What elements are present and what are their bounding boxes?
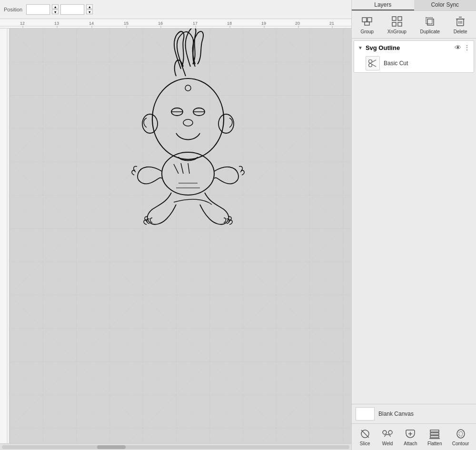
group-icon xyxy=(360,15,374,28)
position-label: Position xyxy=(4,7,22,12)
layer-thumbnail xyxy=(366,56,380,70)
y-up-arrow[interactable]: ▲ xyxy=(86,4,93,9)
svg-line-57 xyxy=(372,60,376,62)
slice-label: Slice xyxy=(360,441,370,446)
svg-text:12: 12 xyxy=(20,21,25,26)
y-arrows: ▲ ▼ xyxy=(86,4,93,14)
svg-rect-67 xyxy=(430,436,439,438)
chevron-icon: ▼ xyxy=(358,45,363,50)
more-icon[interactable]: ⋮ xyxy=(464,44,470,51)
attach-label: Attach xyxy=(404,441,417,446)
svg-rect-44 xyxy=(398,17,402,20)
duplicate-label: Duplicate xyxy=(420,29,440,34)
layer-group-header[interactable]: ▼ Svg Outline 👁 ⋮ xyxy=(354,41,474,54)
group-label: Group xyxy=(360,29,374,34)
svg-text:16: 16 xyxy=(158,21,163,26)
svg-rect-29 xyxy=(10,29,351,443)
main-canvas[interactable] xyxy=(10,29,351,443)
ruler-vertical xyxy=(0,29,10,443)
tab-layers[interactable]: Layers xyxy=(352,0,414,10)
eye-icon[interactable]: 👁 xyxy=(455,44,461,51)
contour-label: Contour xyxy=(452,441,469,446)
delete-label: Delete xyxy=(454,29,467,34)
blank-canvas-label: Blank Canvas xyxy=(378,411,414,417)
layers-panel: ▼ Svg Outline 👁 ⋮ Basic Cut xyxy=(352,39,476,404)
svg-point-56 xyxy=(369,64,372,67)
slice-icon xyxy=(359,428,371,440)
flatten-icon xyxy=(428,428,441,440)
tab-color-sync[interactable]: Color Sync xyxy=(414,0,476,10)
delete-icon xyxy=(454,15,467,28)
svg-text:13: 13 xyxy=(54,21,59,26)
svg-text:20: 20 xyxy=(295,21,300,26)
svg-text:15: 15 xyxy=(124,21,129,26)
ruler-horizontal: 12 13 14 15 16 17 18 19 20 21 xyxy=(0,19,351,29)
weld-button[interactable]: Weld xyxy=(379,427,396,447)
layer-item-label: Basic Cut xyxy=(384,60,408,67)
top-toolbar: Position ▲ ▼ ▲ ▼ xyxy=(0,0,351,19)
layer-item-basic-cut[interactable]: Basic Cut xyxy=(354,54,474,72)
blank-canvas-row: Blank Canvas xyxy=(352,404,476,423)
weld-icon xyxy=(381,428,394,440)
svg-point-62 xyxy=(388,430,392,434)
ungroup-label: XnGroup xyxy=(387,29,407,34)
horizontal-scrollbar[interactable] xyxy=(0,443,351,450)
svg-rect-66 xyxy=(430,433,439,435)
duplicate-button[interactable]: Duplicate xyxy=(417,14,443,35)
svg-text:17: 17 xyxy=(193,21,198,26)
svg-rect-40 xyxy=(362,18,367,22)
contour-button[interactable]: Contour xyxy=(450,427,471,447)
svg-rect-22 xyxy=(0,29,10,443)
x-input[interactable] xyxy=(26,4,50,15)
y-input[interactable] xyxy=(60,4,84,15)
svg-line-58 xyxy=(372,64,376,67)
right-panel: Layers Color Sync Group xyxy=(351,0,476,450)
svg-point-61 xyxy=(383,430,387,434)
x-up-arrow[interactable]: ▲ xyxy=(52,4,59,9)
ungroup-button[interactable]: XnGroup xyxy=(385,14,409,35)
bottom-toolbar: Slice Weld Attach xyxy=(352,423,476,450)
svg-text:21: 21 xyxy=(329,21,334,26)
canvas-thumbnail xyxy=(356,407,375,421)
svg-rect-41 xyxy=(367,18,372,22)
contour-icon xyxy=(455,428,467,440)
delete-button[interactable]: Delete xyxy=(451,14,470,35)
svg-rect-45 xyxy=(392,22,396,26)
panel-toolbar: Group XnGroup Duplicate xyxy=(352,11,476,39)
slice-button[interactable]: Slice xyxy=(357,427,373,447)
panel-tabs: Layers Color Sync xyxy=(352,0,476,11)
svg-rect-65 xyxy=(430,430,439,432)
svg-text:14: 14 xyxy=(89,21,94,26)
svg-rect-48 xyxy=(426,18,432,24)
svg-rect-46 xyxy=(398,22,402,26)
y-down-arrow[interactable]: ▼ xyxy=(86,10,93,14)
weld-label: Weld xyxy=(382,441,393,446)
flatten-label: Flatten xyxy=(427,441,442,446)
flatten-button[interactable]: Flatten xyxy=(426,427,444,447)
svg-point-55 xyxy=(369,60,372,63)
layer-group-svg-outline: ▼ Svg Outline 👁 ⋮ Basic Cut xyxy=(354,40,474,73)
svg-rect-47 xyxy=(427,19,434,25)
attach-button[interactable]: Attach xyxy=(402,427,419,447)
svg-text:19: 19 xyxy=(261,21,266,26)
x-down-arrow[interactable]: ▼ xyxy=(52,10,59,14)
svg-rect-42 xyxy=(365,22,369,25)
svg-rect-43 xyxy=(392,17,396,20)
layer-group-title: Svg Outline xyxy=(366,44,452,51)
x-arrows: ▲ ▼ xyxy=(52,4,59,14)
attach-icon xyxy=(404,428,416,440)
ungroup-icon xyxy=(390,15,404,28)
duplicate-icon xyxy=(423,15,436,28)
svg-text:18: 18 xyxy=(227,21,232,26)
group-button[interactable]: Group xyxy=(357,14,377,35)
